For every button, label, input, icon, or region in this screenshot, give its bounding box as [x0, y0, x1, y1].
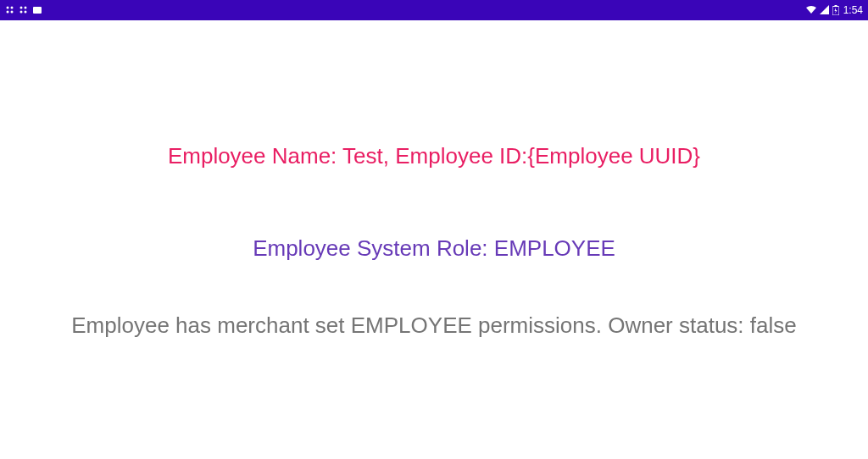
signal-icon [820, 5, 830, 15]
battery-icon [832, 5, 839, 15]
svg-point-1 [11, 7, 14, 9]
status-left-icons [5, 5, 42, 15]
employee-role-text: Employee System Role: EMPLOYEE [253, 235, 615, 262]
svg-point-0 [7, 7, 9, 9]
notification-icon-2 [19, 5, 29, 15]
employee-permissions-text: Employee has merchant set EMPLOYEE permi… [71, 312, 796, 339]
svg-point-5 [25, 7, 27, 9]
svg-point-7 [25, 11, 27, 14]
employee-name-id-text: Employee Name: Test, Employee ID:{Employ… [168, 143, 700, 169]
svg-point-2 [7, 11, 9, 14]
svg-rect-8 [33, 7, 42, 14]
status-right-icons: 1:54 [805, 4, 863, 16]
main-content: Employee Name: Test, Employee ID:{Employ… [0, 20, 868, 339]
svg-point-4 [20, 7, 23, 9]
status-bar: 1:54 [0, 0, 868, 20]
svg-point-3 [11, 11, 14, 14]
card-icon [32, 5, 42, 15]
wifi-icon [805, 5, 817, 15]
svg-rect-10 [834, 5, 837, 7]
svg-point-6 [20, 11, 23, 14]
notification-icon [5, 5, 15, 15]
status-time: 1:54 [843, 4, 863, 16]
